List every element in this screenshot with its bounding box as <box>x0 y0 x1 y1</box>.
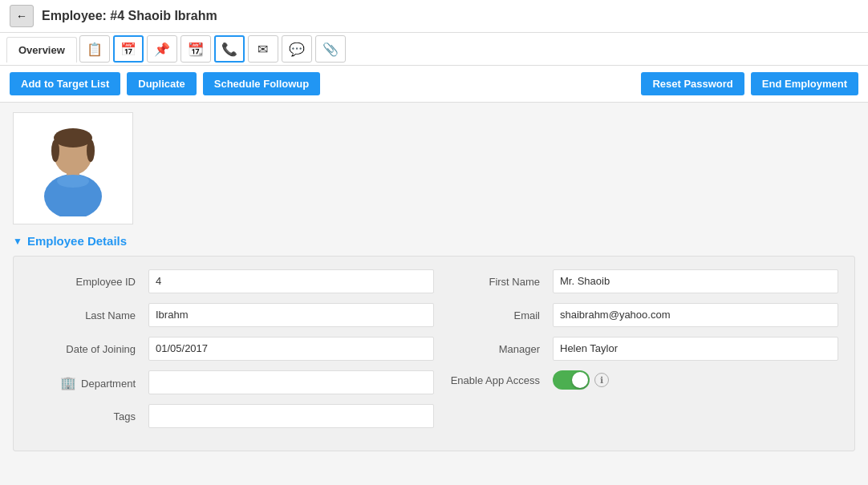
reset-password-button[interactable]: Reset Password <box>641 72 744 95</box>
enable-app-access-container: ℹ <box>553 370 609 390</box>
enable-app-access-label: Enable App Access <box>434 374 546 386</box>
date-of-joining-label: Date of Joining <box>30 343 142 355</box>
avatar-container <box>13 112 133 224</box>
app-access-info-icon[interactable]: ℹ <box>594 373 609 387</box>
last-name-field[interactable]: Ibrahm <box>148 303 434 327</box>
last-name-row: Last Name Ibrahm <box>30 303 434 327</box>
end-employment-button[interactable]: End Employment <box>751 72 858 95</box>
pin-icon: 📌 <box>154 42 170 57</box>
tab-icon-calendar-list[interactable]: 📋 <box>79 35 110 63</box>
enable-app-access-row: Enable App Access ℹ <box>434 370 838 390</box>
employee-id-field[interactable]: 4 <box>148 269 434 293</box>
tab-icon-pin[interactable]: 📌 <box>147 35 177 63</box>
date-of-joining-field[interactable]: 01/05/2017 <box>148 337 434 361</box>
svg-point-1 <box>54 128 92 148</box>
back-button[interactable]: ← <box>10 5 34 27</box>
email-label: Email <box>434 309 546 321</box>
email-field[interactable]: shaibrahm@yahoo.com <box>553 303 838 327</box>
add-to-target-list-button[interactable]: Add to Target List <box>10 72 120 95</box>
phone-icon: 📞 <box>221 42 237 57</box>
first-name-field[interactable]: Mr. Shaoib <box>553 269 838 293</box>
form-left-col: Employee ID 4 Last Name Ibrahm Date of J… <box>30 269 434 438</box>
back-icon: ← <box>16 10 27 22</box>
department-label: 🏢 Department <box>30 375 142 390</box>
manager-field[interactable]: Helen Taylor <box>553 337 838 361</box>
employee-details-label: Employee Details <box>27 234 127 248</box>
enable-app-access-toggle[interactable] <box>553 370 590 390</box>
tags-label: Tags <box>30 410 142 422</box>
svg-point-6 <box>57 175 89 188</box>
svg-point-3 <box>87 139 95 162</box>
schedule-followup-button[interactable]: Schedule Followup <box>203 72 320 95</box>
employee-details-header[interactable]: ▼ Employee Details <box>13 234 855 248</box>
duplicate-button[interactable]: Duplicate <box>127 72 197 95</box>
manager-label: Manager <box>434 343 546 355</box>
tab-icon-calendar[interactable]: 📅 <box>113 35 144 63</box>
employee-details-form: Employee ID 4 Last Name Ibrahm Date of J… <box>13 256 855 451</box>
tab-icon-phone[interactable]: 📞 <box>214 35 245 63</box>
avatar <box>25 120 121 216</box>
page-title: Employee: #4 Shaoib Ibrahm <box>42 9 217 23</box>
tab-icon-paperclip[interactable]: 📎 <box>315 35 346 63</box>
first-name-row: First Name Mr. Shaoib <box>434 269 838 293</box>
paperclip-icon: 📎 <box>322 42 339 57</box>
first-name-label: First Name <box>434 276 546 288</box>
action-bar: Add to Target List Duplicate Schedule Fo… <box>0 66 868 103</box>
calendar-check-icon: 📆 <box>188 42 204 57</box>
tab-icon-email[interactable]: ✉ <box>248 35 278 63</box>
calendar-list-icon: 📋 <box>87 42 103 57</box>
last-name-label: Last Name <box>30 309 142 321</box>
tab-icon-calendar-check[interactable]: 📆 <box>180 35 211 63</box>
email-row: Email shaibrahm@yahoo.com <box>434 303 838 327</box>
tab-overview[interactable]: Overview <box>6 37 77 63</box>
calendar-icon: 📅 <box>120 42 136 57</box>
manager-row: Manager Helen Taylor <box>434 337 838 361</box>
main-content: ▼ Employee Details Employee ID 4 Last Na… <box>0 103 868 461</box>
form-right-col: First Name Mr. Shaoib Email shaibrahm@ya… <box>434 269 838 438</box>
tab-icon-chat[interactable]: 💬 <box>282 35 312 63</box>
chevron-down-icon: ▼ <box>13 236 22 247</box>
tags-field[interactable] <box>148 404 434 428</box>
svg-point-2 <box>51 139 59 162</box>
tab-bar: Overview 📋 📅 📌 📆 📞 ✉ 💬 📎 <box>0 33 868 66</box>
email-icon: ✉ <box>258 42 268 57</box>
toggle-knob <box>572 372 588 388</box>
tags-row: Tags <box>30 404 434 428</box>
department-row: 🏢 Department <box>30 370 434 394</box>
top-bar: ← Employee: #4 Shaoib Ibrahm <box>0 0 868 33</box>
department-icon: 🏢 <box>60 376 76 390</box>
form-grid: Employee ID 4 Last Name Ibrahm Date of J… <box>30 269 838 438</box>
date-of-joining-row: Date of Joining 01/05/2017 <box>30 337 434 361</box>
employee-id-row: Employee ID 4 <box>30 269 434 293</box>
department-field[interactable] <box>148 370 434 394</box>
chat-icon: 💬 <box>289 42 305 57</box>
employee-id-label: Employee ID <box>30 276 142 288</box>
